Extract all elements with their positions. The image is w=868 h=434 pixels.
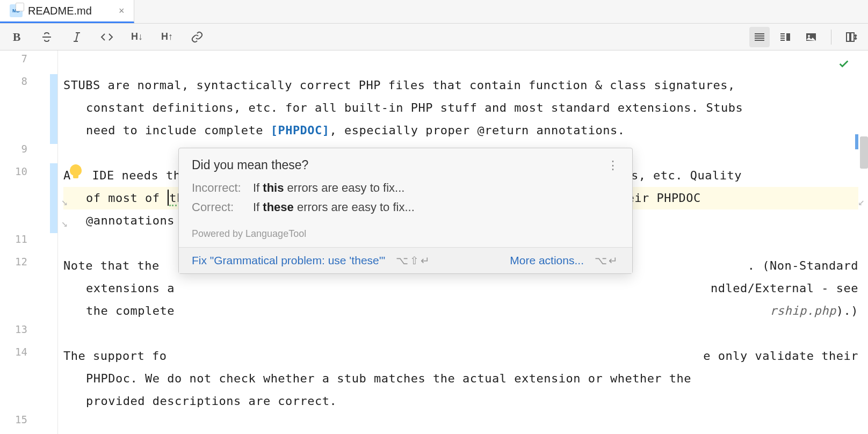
line-number: 9	[0, 143, 57, 155]
phpdoc-link[interactable]: [PHPDOC]	[271, 124, 330, 137]
header-decrease-button[interactable]: H↓	[127, 27, 147, 47]
line-number: 10	[0, 165, 57, 177]
tab-title: README.md	[28, 5, 92, 17]
error-stripe-marker[interactable]	[855, 134, 858, 149]
bold-button[interactable]: B	[6, 27, 27, 47]
fix-shortcut: ⌥⇧↵	[396, 254, 431, 267]
svg-rect-0	[786, 33, 790, 41]
line-number: 8	[0, 75, 57, 87]
code-line[interactable]: constant definitions, etc. for all built…	[63, 97, 858, 119]
grammar-suggestion-popup: Did you mean these? ⋮ Incorrect: If this…	[178, 148, 633, 274]
code-line[interactable]: STUBS are normal, syntactically correct …	[63, 74, 858, 97]
toolbar-separator	[831, 30, 831, 45]
intention-bulb-icon[interactable]	[70, 164, 82, 176]
vcs-change-marker[interactable]	[50, 163, 57, 233]
strikethrough-button[interactable]	[37, 27, 57, 47]
correct-example: If these errors are easy to fix...	[253, 200, 415, 214]
italic-button[interactable]	[67, 27, 87, 47]
svg-rect-3	[847, 33, 850, 41]
line-number: 7	[0, 53, 57, 64]
tab-bar: MD README.md ×	[0, 0, 868, 24]
line-number: 13	[0, 323, 57, 335]
editor-view-button[interactable]	[749, 27, 770, 47]
fix-action[interactable]: Fix "Grammatical problem: use 'these'"	[192, 254, 385, 267]
more-actions-shortcut: ⌥↵	[595, 254, 619, 267]
vcs-change-marker[interactable]	[50, 74, 57, 144]
code-line[interactable]: extensions andled/External - see	[63, 277, 858, 300]
line-number: 14	[0, 346, 57, 358]
header-increase-button[interactable]: H↑	[157, 27, 177, 47]
line-number: 12	[0, 256, 57, 267]
line-number: 11	[0, 233, 57, 245]
editor-tab[interactable]: MD README.md ×	[0, 0, 134, 23]
code-line[interactable]: PHPDoc. We do not check whether a stub m…	[63, 367, 858, 390]
svg-rect-4	[851, 33, 854, 41]
incorrect-example: If this errors are easy to fix...	[253, 181, 404, 195]
popup-menu-icon[interactable]: ⋮	[607, 158, 619, 172]
line-number: 15	[0, 414, 57, 425]
preview-view-button[interactable]	[801, 27, 821, 47]
incorrect-label: Incorrect:	[192, 181, 245, 195]
code-line[interactable]: provided descriptions are correct.	[63, 390, 858, 413]
link-button[interactable]	[187, 27, 207, 47]
text-caret	[168, 190, 169, 206]
scrollbar-thumb[interactable]	[860, 136, 868, 169]
soft-wrap-icon: ↘	[61, 212, 68, 234]
more-actions[interactable]: More actions...	[510, 254, 584, 267]
layout-settings-button[interactable]	[841, 27, 862, 47]
inspection-ok-icon[interactable]	[838, 55, 850, 77]
code-button[interactable]	[97, 27, 117, 47]
code-line[interactable]: need to include complete [PHPDOC], espec…	[63, 119, 858, 142]
correct-label: Correct:	[192, 200, 245, 214]
soft-wrap-icon: ↙	[858, 190, 865, 213]
powered-by-label: Powered by LanguageTool	[179, 228, 632, 247]
code-line[interactable]: the completership.php).)	[63, 300, 858, 322]
markdown-toolbar: B H↓ H↑	[0, 24, 868, 50]
close-tab-icon[interactable]: ×	[119, 5, 125, 17]
popup-title: Did you mean these?	[192, 158, 308, 172]
markdown-file-icon: MD	[10, 4, 23, 17]
code-line[interactable]: The support foe only validate their	[63, 345, 858, 367]
svg-point-2	[808, 35, 810, 37]
split-view-button[interactable]	[775, 27, 795, 47]
line-gutter: 7 8 9 10 11 12 13 14 15	[0, 50, 58, 434]
